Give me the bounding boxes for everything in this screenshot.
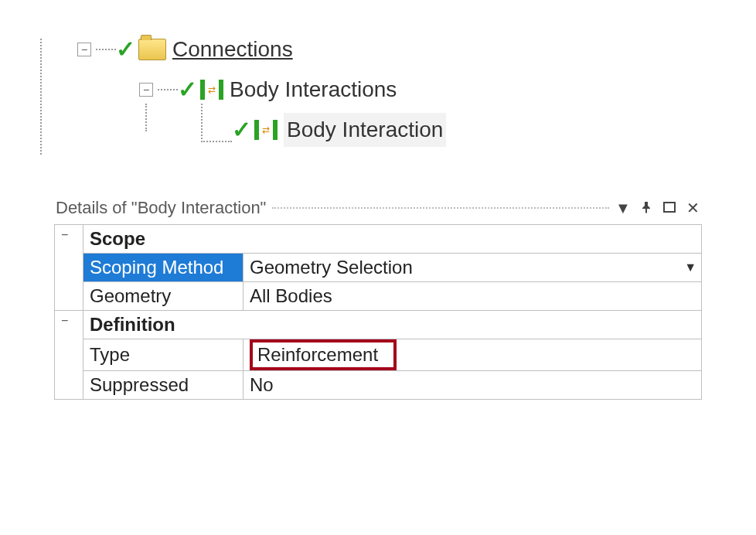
tree-item-label: Connections	[172, 32, 293, 67]
prop-row-scoping-method[interactable]: Scoping Method Geometry Selection ▼	[55, 254, 702, 282]
prop-value-type[interactable]: Reinforcement	[243, 339, 702, 371]
details-title-text: Details of "Body Interaction"	[56, 198, 266, 218]
prop-value-text: Geometry Selection	[250, 257, 413, 278]
properties-table: − Scope Scoping Method Geometry Selectio…	[54, 224, 702, 400]
pin-icon[interactable]	[639, 199, 654, 217]
titlebar-separator	[272, 207, 609, 209]
tree-item-body-interaction[interactable]: ✓ ⇄ Body Interaction	[201, 111, 725, 148]
outline-tree: − ✓ Connections − ✓ ⇄ Body Interactions	[77, 31, 725, 148]
details-panel: Details of "Body Interaction" ▼ ✕ − Scop…	[54, 195, 702, 400]
tree-item-label: Body Interactions	[230, 73, 397, 107]
maximize-icon[interactable]	[662, 199, 677, 217]
prop-label: Type	[83, 339, 243, 371]
prop-label: Geometry	[83, 282, 243, 311]
tree-item-connections[interactable]: − ✓ Connections	[77, 31, 725, 68]
folder-icon	[138, 39, 166, 60]
group-toggle[interactable]: −	[55, 311, 83, 400]
tree-item-label: Body Interaction	[284, 113, 446, 148]
svg-rect-0	[664, 203, 675, 212]
prop-value-scoping-method[interactable]: Geometry Selection ▼	[243, 254, 702, 282]
tree-item-body-interactions[interactable]: − ✓ ⇄ Body Interactions	[139, 71, 725, 108]
chevron-down-icon[interactable]: ▼	[684, 261, 696, 274]
group-header: Definition	[83, 311, 702, 339]
expander-icon[interactable]: −	[77, 43, 91, 56]
group-toggle[interactable]: −	[55, 225, 83, 311]
expander-icon[interactable]: −	[139, 83, 153, 97]
prop-value-text: Reinforcement	[257, 344, 378, 365]
body-interaction-icon: ⇄	[254, 120, 278, 140]
prop-row-type[interactable]: Type Reinforcement	[55, 339, 702, 371]
group-header: Scope	[83, 225, 702, 254]
prop-row-suppressed[interactable]: Suppressed No	[55, 371, 702, 400]
group-scope[interactable]: − Scope	[55, 225, 702, 254]
prop-row-geometry[interactable]: Geometry All Bodies	[55, 282, 702, 311]
checkmark-icon: ✓	[178, 71, 197, 108]
details-titlebar: Details of "Body Interaction" ▼ ✕	[54, 195, 702, 224]
dropdown-icon[interactable]: ▼	[615, 199, 631, 217]
highlight-box: Reinforcement	[250, 339, 397, 370]
group-definition[interactable]: − Definition	[55, 311, 702, 339]
prop-label: Scoping Method	[83, 254, 243, 282]
prop-label: Suppressed	[83, 371, 243, 400]
checkmark-icon: ✓	[116, 31, 135, 68]
checkmark-icon: ✓	[232, 111, 251, 148]
body-interactions-icon: ⇄	[200, 80, 223, 100]
close-icon[interactable]: ✕	[685, 199, 700, 217]
prop-value-geometry[interactable]: All Bodies	[243, 282, 702, 311]
prop-value-suppressed[interactable]: No	[243, 371, 702, 400]
